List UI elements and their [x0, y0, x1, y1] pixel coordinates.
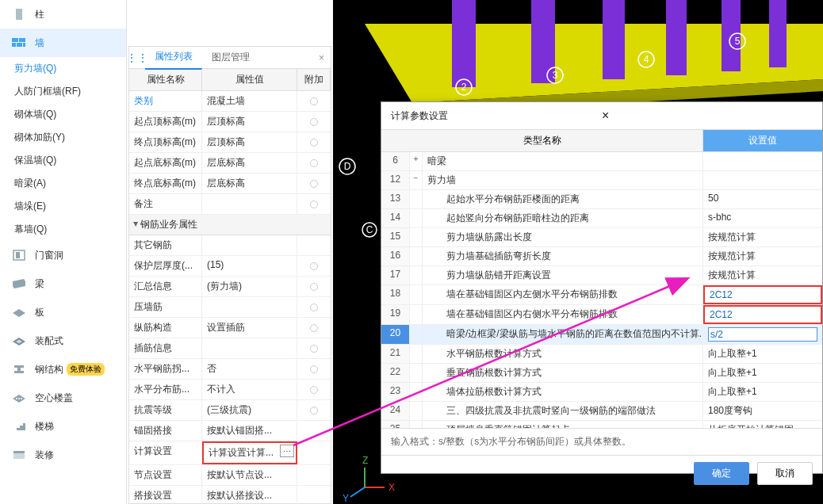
table-row[interactable]: 6+暗梁 — [381, 152, 822, 171]
expand-icon[interactable]: − — [410, 171, 423, 189]
row-value[interactable]: 2C12 — [703, 305, 822, 324]
prop-row[interactable]: 终点顶标高(m)层顶标高 — [129, 132, 331, 153]
row-value[interactable]: 从板底开始计算锚固 — [703, 421, 822, 428]
prop-extra[interactable] — [297, 256, 331, 276]
row-value[interactable]: 向上取整+1 — [703, 364, 822, 382]
table-row[interactable]: 20暗梁/边框梁/梁纵筋与墙水平钢筋的距离在数值范围内不计算... — [381, 325, 822, 345]
prop-extra[interactable] — [297, 153, 331, 173]
prop-row[interactable]: 抗震等级(三级抗震) — [129, 400, 331, 421]
prop-value[interactable]: 混凝土墙 — [202, 91, 297, 111]
sub-item-pier[interactable]: 墙垛(E) — [0, 195, 126, 218]
prop-value[interactable]: 层顶标高 — [202, 112, 297, 132]
prop-value[interactable]: 设置插筋 — [202, 318, 297, 338]
row-value[interactable]: 2C12 — [703, 285, 822, 304]
prop-row[interactable]: 计算设置计算设置计算...⋯ — [129, 441, 331, 465]
table-row[interactable]: 23墙体拉筋根数计算方式向上取整+1 — [381, 383, 822, 402]
prop-value[interactable]: 层底标高 — [202, 174, 297, 193]
tab-layers[interactable]: 图层管理 — [202, 46, 259, 69]
prop-row[interactable]: 保护层厚度(...(15) — [129, 256, 331, 277]
sub-item-shearwall[interactable]: 剪力墙(Q) — [0, 57, 126, 80]
prop-value[interactable]: 层顶标高 — [202, 132, 297, 152]
prop-value[interactable]: 否 — [202, 359, 297, 379]
prop-menu-icon[interactable]: ⋮⋮ — [129, 52, 145, 64]
table-row[interactable]: 17剪力墙纵筋错开距离设置按规范计算 — [381, 266, 822, 285]
prop-extra[interactable] — [297, 297, 331, 317]
prop-row[interactable]: 锚固搭接按默认锚固搭... — [129, 421, 331, 441]
prop-value[interactable] — [202, 338, 297, 358]
prop-extra[interactable] — [297, 441, 331, 464]
row-value[interactable]: 向上取整+1 — [703, 345, 822, 363]
sidebar-item-stair[interactable]: 楼梯 — [0, 412, 126, 441]
table-row[interactable]: 18墙在基础锚固区内左侧水平分布钢筋排数2C12 — [381, 285, 822, 305]
prop-row[interactable]: 节点设置按默认节点设... — [129, 465, 331, 486]
row-value[interactable]: 按规范计算 — [703, 228, 822, 246]
sub-item-masonry[interactable]: 砌体墙(Q) — [0, 103, 126, 126]
prop-row[interactable]: 类别混凝土墙 — [129, 91, 331, 112]
prop-extra[interactable] — [297, 112, 331, 132]
ok-button[interactable]: 确定 — [694, 462, 749, 485]
panel-close-icon[interactable]: × — [312, 52, 331, 63]
prop-extra[interactable] — [297, 132, 331, 152]
sub-item-lintel[interactable]: 暗梁(A) — [0, 172, 126, 195]
prop-extra[interactable] — [297, 359, 331, 379]
prop-extra[interactable] — [297, 486, 331, 504]
prop-extra[interactable] — [297, 194, 331, 214]
row-value[interactable] — [703, 152, 822, 170]
prop-value[interactable]: 按默认锚固搭... — [202, 421, 297, 441]
prop-row[interactable]: 水平钢筋拐...否 — [129, 359, 331, 380]
table-row[interactable]: 15剪力墙纵筋露出长度按规范计算 — [381, 228, 822, 247]
prop-value[interactable]: 计算设置计算...⋯ — [202, 441, 297, 464]
prop-extra[interactable] — [297, 235, 331, 255]
sidebar-item-beam[interactable]: 梁 — [0, 269, 126, 298]
prop-value[interactable]: (剪力墙) — [202, 277, 297, 296]
table-row[interactable]: 21水平钢筋根数计算方式向上取整+1 — [381, 345, 822, 364]
sub-item-insulation[interactable]: 保温墙(Q) — [0, 149, 126, 172]
prop-extra[interactable] — [297, 400, 331, 420]
sub-item-reinforce[interactable]: 砌体加筋(Y) — [0, 126, 126, 149]
table-row[interactable]: 22垂直钢筋根数计算方式向上取整+1 — [381, 364, 822, 383]
prop-row[interactable]: 搭接设置按默认搭接设... — [129, 486, 331, 504]
prop-value[interactable] — [202, 194, 297, 214]
prop-extra[interactable] — [297, 91, 331, 111]
sidebar-item-prefab[interactable]: 装配式 — [0, 326, 126, 355]
cancel-button[interactable]: 取消 — [757, 462, 813, 485]
sidebar-item-finish[interactable]: 装修 — [0, 441, 126, 469]
prop-value[interactable]: 按默认搭接设... — [202, 486, 297, 504]
prop-row[interactable]: 起点底标高(m)层底标高 — [129, 153, 331, 174]
table-row[interactable]: 24三、四级抗震及非抗震时竖向一级钢筋的端部做法180度弯钩 — [381, 402, 822, 421]
prop-row[interactable]: 备注 — [129, 194, 331, 215]
row-value[interactable]: 按规范计算 — [703, 247, 822, 265]
prop-extra[interactable] — [297, 465, 331, 485]
row-value[interactable]: 向上取整+1 — [703, 383, 822, 401]
prop-extra[interactable] — [297, 277, 331, 296]
expand-icon[interactable]: + — [410, 152, 423, 170]
prop-extra[interactable] — [297, 318, 331, 338]
prop-row[interactable]: 纵筋构造设置插筋 — [129, 318, 331, 338]
prop-value[interactable] — [202, 297, 297, 317]
prop-value[interactable]: 不计入 — [202, 380, 297, 399]
row-value[interactable]: 180度弯钩 — [703, 402, 822, 420]
prop-row[interactable]: 汇总信息(剪力墙) — [129, 277, 331, 297]
table-row[interactable]: 13起始水平分布钢筋距楼面的距离50 — [381, 190, 822, 209]
prop-value[interactable]: (15) — [202, 256, 297, 276]
more-button[interactable]: ⋯ — [280, 445, 294, 457]
row-value[interactable] — [703, 325, 822, 344]
value-input[interactable] — [708, 327, 817, 342]
table-row[interactable]: 25顶层墙身垂直筋锚固计算起点从板底开始计算锚固 — [381, 421, 822, 428]
sidebar-item-wall[interactable]: 墙 — [0, 29, 126, 57]
table-row[interactable]: 19墙在基础锚固区内右侧水平分布钢筋排数2C12 — [381, 305, 822, 325]
prop-extra[interactable] — [297, 338, 331, 358]
sidebar-item-steel[interactable]: 钢结构 免费体验 — [0, 355, 126, 384]
tab-properties[interactable]: 属性列表 — [145, 45, 202, 70]
prop-row[interactable]: 插筋信息 — [129, 338, 331, 359]
prop-extra[interactable] — [297, 380, 331, 399]
prop-value[interactable] — [202, 235, 297, 255]
prop-row[interactable]: 起点顶标高(m)层顶标高 — [129, 112, 331, 132]
table-row[interactable]: 14起始竖向分布钢筋距暗柱边的距离s-bhc — [381, 209, 822, 228]
sidebar-item-column[interactable]: 柱 — [0, 0, 126, 29]
sub-item-curtain[interactable]: 幕墙(Q) — [0, 218, 126, 241]
section-rebar[interactable]: 钢筋业务属性 — [129, 215, 331, 235]
sub-item-rf[interactable]: 人防门框墙(RF) — [0, 80, 126, 103]
prop-extra[interactable] — [297, 421, 331, 441]
row-value[interactable]: s-bhc — [703, 209, 822, 227]
